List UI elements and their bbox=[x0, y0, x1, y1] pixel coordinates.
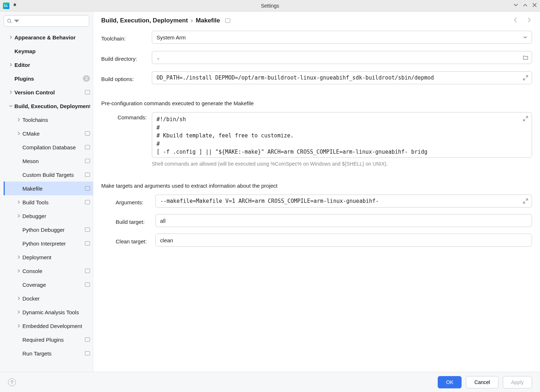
sidebar-item[interactable]: Debugger bbox=[4, 209, 93, 223]
sidebar-item-label: Compilation Database bbox=[22, 144, 76, 150]
clean-target-label: Clean target: bbox=[116, 236, 155, 244]
sidebar-item[interactable]: Build, Execution, Deployment bbox=[4, 99, 93, 113]
arguments-label: Arguments: bbox=[116, 197, 155, 205]
sidebar-item[interactable]: Dynamic Analysis Tools bbox=[4, 305, 93, 319]
search-input[interactable] bbox=[21, 18, 86, 24]
sidebar-item-label: Build Tools bbox=[22, 199, 48, 205]
sidebar-item[interactable]: Appearance & Behavior bbox=[4, 30, 93, 44]
build-directory-input[interactable] bbox=[152, 51, 532, 64]
toolchain-select[interactable]: System Arm bbox=[152, 31, 532, 44]
nav-forward-icon[interactable] bbox=[526, 17, 532, 24]
sidebar-item[interactable]: Embedded Development bbox=[4, 319, 93, 333]
folder-browse-icon[interactable] bbox=[523, 55, 528, 60]
chevron-icon bbox=[16, 310, 22, 314]
dropdown-icon[interactable] bbox=[14, 18, 19, 24]
app-icon: CL bbox=[3, 3, 9, 9]
nav-back-icon[interactable] bbox=[513, 17, 519, 24]
help-icon[interactable]: ? bbox=[8, 378, 16, 386]
sidebar-item[interactable]: CMake bbox=[4, 127, 93, 140]
chevron-icon bbox=[16, 118, 22, 122]
search-icon bbox=[7, 18, 12, 24]
chevron-icon bbox=[16, 132, 22, 135]
sidebar-item-label: Required Plugins bbox=[22, 337, 64, 343]
sidebar-item[interactable]: Makefile bbox=[4, 182, 93, 195]
sidebar-item[interactable]: Plugins3 bbox=[4, 72, 93, 85]
sidebar-item-label: Dynamic Analysis Tools bbox=[22, 309, 79, 315]
sidebar-item[interactable]: Editor bbox=[4, 58, 93, 72]
project-scope-icon bbox=[85, 90, 90, 94]
sidebar-item[interactable]: Deployment bbox=[4, 250, 93, 264]
clean-target-input[interactable] bbox=[155, 234, 532, 247]
sidebar-item[interactable]: Docker bbox=[4, 291, 93, 305]
breadcrumb-separator: › bbox=[191, 17, 193, 24]
build-options-label: Build options: bbox=[101, 74, 152, 82]
sidebar-item[interactable]: Run Targets bbox=[4, 346, 93, 360]
sidebar-item[interactable]: Required Plugins bbox=[4, 333, 93, 346]
project-scope-icon bbox=[85, 172, 90, 177]
project-scope-icon bbox=[85, 200, 90, 204]
sidebar-item-label: Makefile bbox=[22, 186, 43, 192]
maximize-icon[interactable] bbox=[523, 3, 528, 9]
arguments-input[interactable] bbox=[155, 195, 532, 208]
sidebar-item[interactable]: Custom Build Targets bbox=[4, 168, 93, 182]
search-input-wrap[interactable] bbox=[4, 15, 89, 27]
chevron-icon bbox=[16, 214, 22, 218]
titlebar: CL Settings bbox=[0, 0, 540, 12]
sidebar-item-label: CMake bbox=[22, 131, 40, 137]
project-scope-icon bbox=[85, 269, 90, 273]
sidebar-item-label: Custom Build Targets bbox=[22, 172, 74, 178]
build-target-input[interactable] bbox=[155, 214, 532, 227]
build-directory-label: Build directory: bbox=[101, 54, 152, 62]
settings-tree[interactable]: Appearance & BehaviorKeymapEditorPlugins… bbox=[4, 30, 93, 368]
project-scope-icon bbox=[85, 159, 90, 163]
commands-label: Commands: bbox=[101, 112, 152, 120]
build-target-label: Build target: bbox=[116, 217, 155, 225]
sidebar-item[interactable]: Version Control bbox=[4, 85, 93, 99]
expand-icon[interactable] bbox=[523, 116, 528, 122]
sidebar-item[interactable]: Build Tools bbox=[4, 195, 93, 209]
sidebar-item-label: Coverage bbox=[22, 282, 46, 288]
chevron-icon bbox=[8, 104, 14, 108]
preconfig-section-label: Pre-configuration commands executed to g… bbox=[101, 100, 532, 106]
sidebar: Appearance & BehaviorKeymapEditorPlugins… bbox=[0, 12, 93, 372]
chevron-icon bbox=[8, 63, 14, 67]
sidebar-item-label: Debugger bbox=[22, 213, 46, 219]
project-scope-icon bbox=[85, 227, 90, 232]
cancel-button[interactable]: Cancel bbox=[466, 376, 498, 388]
sidebar-item[interactable]: Coverage bbox=[4, 278, 93, 291]
chevron-icon bbox=[8, 90, 14, 94]
apply-button: Apply bbox=[503, 376, 532, 388]
breadcrumb-parent: Build, Execution, Deployment bbox=[101, 17, 188, 24]
sidebar-item-label: Editor bbox=[14, 62, 30, 68]
sidebar-item-label: Console bbox=[22, 268, 42, 274]
sidebar-item-label: Meson bbox=[22, 158, 39, 164]
build-options-input[interactable] bbox=[152, 71, 532, 84]
expand-icon[interactable] bbox=[523, 198, 528, 204]
commands-textarea[interactable] bbox=[152, 112, 532, 158]
targets-section-label: Make targets and arguments used to extra… bbox=[101, 183, 532, 189]
sidebar-item[interactable]: Toolchains bbox=[4, 113, 93, 127]
sidebar-item[interactable]: Compilation Database bbox=[4, 140, 93, 154]
project-scope-icon bbox=[225, 18, 230, 23]
ok-button[interactable]: OK bbox=[438, 376, 462, 388]
breadcrumb-current: Makefile bbox=[196, 17, 220, 24]
sidebar-item[interactable]: Python Interpreter bbox=[4, 237, 93, 250]
pin-icon[interactable] bbox=[12, 3, 17, 9]
close-icon[interactable] bbox=[532, 3, 537, 9]
project-scope-icon bbox=[85, 131, 90, 136]
sidebar-item[interactable]: Meson bbox=[4, 154, 93, 168]
dialog-footer: ? OK Cancel Apply bbox=[0, 372, 540, 392]
project-scope-icon bbox=[85, 337, 90, 342]
svg-point-0 bbox=[8, 19, 11, 22]
badge: 3 bbox=[83, 75, 90, 82]
sidebar-item[interactable]: Keymap bbox=[4, 44, 93, 58]
toolchain-label: Toolchain: bbox=[101, 33, 152, 42]
sidebar-item[interactable]: Python Debugger bbox=[4, 223, 93, 237]
sidebar-item-label: Deployment bbox=[22, 254, 51, 260]
expand-icon[interactable] bbox=[523, 75, 528, 81]
minimize-icon[interactable] bbox=[513, 3, 518, 9]
sidebar-item-label: Build, Execution, Deployment bbox=[14, 103, 90, 109]
chevron-icon bbox=[16, 200, 22, 204]
sidebar-item[interactable]: Console bbox=[4, 264, 93, 278]
project-scope-icon bbox=[85, 351, 90, 355]
